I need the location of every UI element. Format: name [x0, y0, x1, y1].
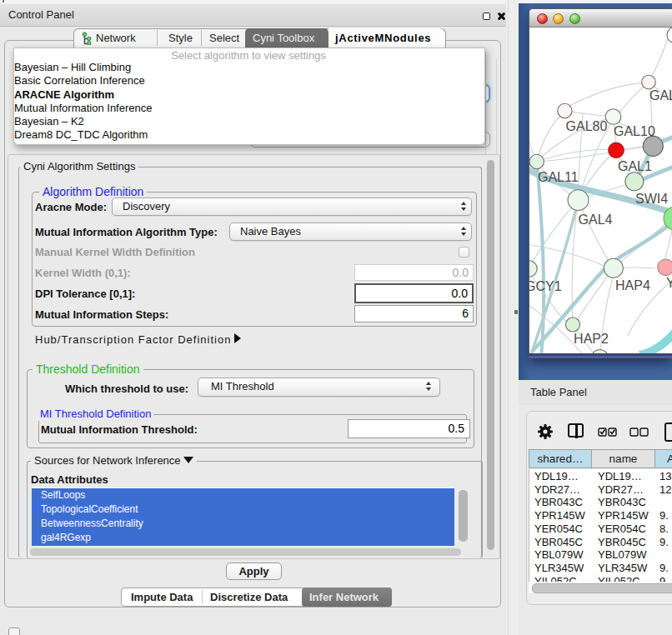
svg-text:GAL10: GAL10: [614, 124, 655, 138]
svg-text:YBR: YBR: [666, 276, 672, 290]
svg-text:GAL80: GAL80: [566, 119, 608, 133]
svg-text:GCY1: GCY1: [529, 279, 562, 293]
svg-text:GAL11: GAL11: [538, 170, 579, 184]
svg-text:GAL2: GAL2: [649, 88, 672, 102]
svg-text:GAL4: GAL4: [579, 212, 613, 227]
svg-text:GAL1: GAL1: [618, 159, 652, 173]
svg-text:SWI4: SWI4: [635, 192, 668, 206]
svg-text:HAP2: HAP2: [574, 332, 609, 346]
svg-text:HAP4: HAP4: [615, 278, 650, 292]
